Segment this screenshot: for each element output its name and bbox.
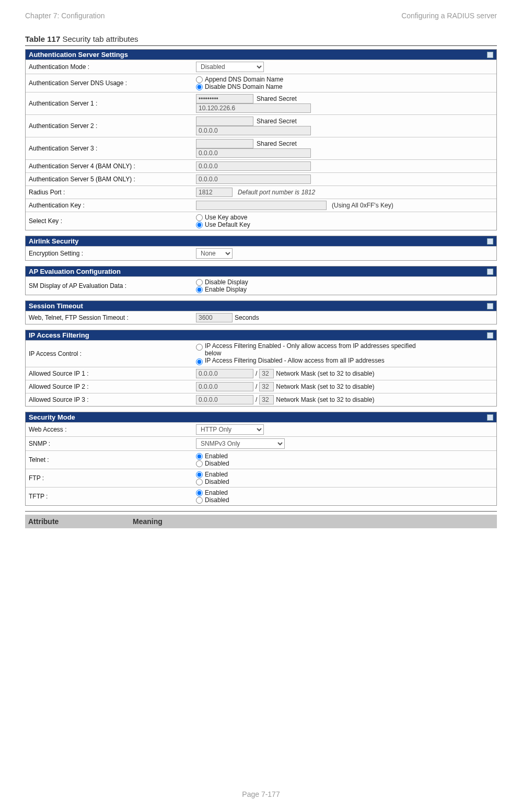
web-access-select[interactable]: HTTP Only: [196, 424, 264, 435]
dns-disable-text: Disable DNS Domain Name: [205, 83, 283, 90]
auth-key-input[interactable]: [196, 201, 327, 210]
airlink-panel-title: Airlink Security: [29, 237, 78, 245]
tftp-enabled-radio[interactable]: [196, 490, 203, 496]
auth-s3-ip-input[interactable]: [196, 148, 311, 158]
page-header: Chapter 7: Configuration Configuring a R…: [25, 11, 497, 20]
header-left: Chapter 7: Configuration: [25, 11, 105, 20]
radius-port-note: Default port number is 1812: [238, 189, 315, 196]
auth-mode-label: Authentication Mode :: [26, 62, 193, 72]
enabled-text: Enabled: [205, 453, 228, 460]
allowed-ip2-mask[interactable]: [259, 382, 274, 391]
allowed-ip3-input[interactable]: [196, 395, 253, 404]
collapse-icon[interactable]: [487, 269, 493, 275]
airlink-panel-header: Airlink Security: [26, 236, 496, 246]
attribute-header-row: Attribute Meaning: [25, 515, 497, 528]
telnet-enabled-radio[interactable]: [196, 453, 203, 460]
session-timeout-input[interactable]: [196, 313, 233, 322]
ftp-enabled-radio[interactable]: [196, 471, 203, 478]
shared-secret-text: Shared Secret: [257, 95, 297, 102]
auth-s2-ip-input[interactable]: [196, 126, 311, 135]
auth-key-label: Authentication Key :: [26, 200, 193, 211]
tftp-disabled-radio[interactable]: [196, 497, 203, 504]
header-right: Configuring a RADIUS server: [401, 11, 497, 20]
dns-append-radio[interactable]: [196, 76, 203, 83]
ipfilter-disabled-radio[interactable]: [196, 358, 203, 365]
telnet-disabled-radio[interactable]: [196, 460, 203, 467]
auth-s1-ip-input[interactable]: [196, 103, 311, 113]
table-caption: Table 117 Security tab attributes: [25, 34, 497, 43]
radius-port-input[interactable]: [196, 188, 233, 197]
collapse-icon[interactable]: [487, 303, 493, 309]
apeval-disable-text: Disable Display: [205, 279, 248, 286]
allowed-ip2-label: Allowed Source IP 2 :: [26, 381, 193, 392]
auth-mode-select[interactable]: Disabled: [196, 62, 264, 72]
collapse-icon[interactable]: [487, 414, 493, 421]
web-access-label: Web Access :: [26, 424, 193, 435]
mask-note: Network Mask (set to 32 to disable): [276, 370, 374, 377]
selkey-above-text: Use Key above: [205, 214, 247, 221]
auth-server2-label: Authentication Server 2 :: [26, 121, 193, 131]
snmp-select[interactable]: SNMPv3 Only: [196, 438, 285, 449]
collapse-icon[interactable]: [487, 238, 493, 245]
selkey-above-radio[interactable]: [196, 214, 203, 221]
ipfilter-enabled-text: IP Access Filtering Enabled - Only allow…: [205, 342, 421, 357]
disabled-text: Disabled: [205, 460, 229, 467]
dns-append-text: Append DNS Domain Name: [205, 76, 283, 83]
ip-control-label: IP Access Control :: [26, 349, 193, 359]
selkey-default-text: Use Default Key: [205, 221, 250, 228]
airlink-panel: Airlink Security Encryption Setting : No…: [25, 236, 497, 261]
auth-s5-ip-input[interactable]: [196, 175, 311, 184]
radius-port-label: Radius Port :: [26, 187, 193, 198]
selkey-default-radio[interactable]: [196, 222, 203, 228]
enabled-text: Enabled: [205, 489, 228, 496]
disabled-text: Disabled: [205, 496, 229, 504]
secmode-panel: Security Mode Web Access : HTTP Only SNM…: [25, 412, 497, 506]
collapse-icon[interactable]: [487, 332, 493, 339]
session-panel-header: Session Timeout: [26, 301, 496, 311]
ipfilter-disabled-text: IP Access Filtering Disabled - Allow acc…: [205, 357, 385, 364]
encryption-select[interactable]: None: [196, 248, 233, 259]
meaning-col: Meaning: [133, 517, 494, 526]
apeval-enable-text: Enable Display: [205, 286, 247, 293]
apeval-disable-radio[interactable]: [196, 279, 203, 286]
shared-secret-text: Shared Secret: [257, 118, 297, 125]
apeval-panel: AP Evaluation Configuration SM Display o…: [25, 266, 497, 295]
auth-server3-label: Authentication Server 3 :: [26, 143, 193, 154]
session-label: Web, Telnet, FTP Session Timeout :: [26, 312, 193, 323]
allowed-ip2-input[interactable]: [196, 382, 253, 391]
allowed-ip1-mask[interactable]: [259, 369, 274, 378]
divider: [25, 45, 497, 46]
divider: [25, 511, 497, 512]
ipfilter-panel-header: IP Access Filtering: [26, 330, 496, 340]
ipfilter-panel-title: IP Access Filtering: [29, 331, 89, 339]
collapse-icon[interactable]: [487, 52, 493, 58]
secmode-panel-header: Security Mode: [26, 412, 496, 422]
allowed-ip3-label: Allowed Source IP 3 :: [26, 395, 193, 405]
auth-s1-secret-input[interactable]: [196, 94, 253, 103]
slash-text: /: [256, 370, 257, 377]
allowed-ip1-input[interactable]: [196, 369, 253, 378]
session-unit: Seconds: [235, 314, 259, 321]
apeval-panel-title: AP Evaluation Configuration: [29, 268, 121, 275]
ipfilter-enabled-radio[interactable]: [196, 344, 203, 351]
auth-s2-secret-input[interactable]: [196, 117, 253, 126]
caption-bold: Table 117: [25, 34, 60, 43]
auth-server4-label: Authentication Server 4 (BAM ONLY) :: [26, 161, 193, 171]
page-footer: Page 7-177: [0, 790, 522, 798]
apeval-panel-header: AP Evaluation Configuration: [26, 266, 496, 276]
select-key-label: Select Key :: [26, 216, 193, 226]
auth-s4-ip-input[interactable]: [196, 161, 311, 171]
auth-s3-secret-input[interactable]: [196, 139, 253, 148]
apeval-label: SM Display of AP Evaluation Data :: [26, 281, 193, 291]
slash-text: /: [256, 396, 257, 403]
dns-disable-radio[interactable]: [196, 84, 203, 90]
secmode-panel-title: Security Mode: [29, 413, 75, 421]
mask-note: Network Mask (set to 32 to disable): [276, 396, 374, 403]
auth-server1-label: Authentication Server 1 :: [26, 98, 193, 109]
allowed-ip3-mask[interactable]: [259, 395, 274, 404]
apeval-enable-radio[interactable]: [196, 286, 203, 293]
auth-server5-label: Authentication Server 5 (BAM ONLY) :: [26, 174, 193, 184]
tftp-label: TFTP :: [26, 491, 193, 502]
ftp-disabled-radio[interactable]: [196, 479, 203, 485]
attribute-col: Attribute: [28, 517, 133, 526]
